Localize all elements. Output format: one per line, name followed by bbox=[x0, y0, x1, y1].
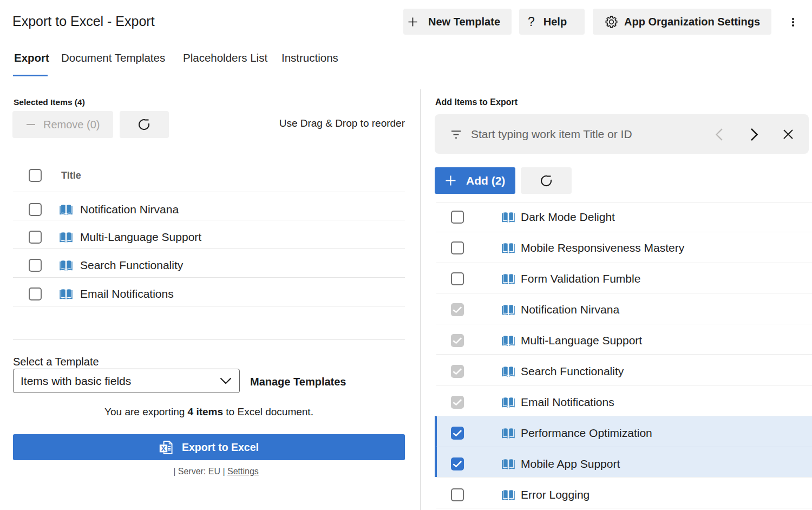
svg-text:X: X bbox=[161, 444, 166, 452]
